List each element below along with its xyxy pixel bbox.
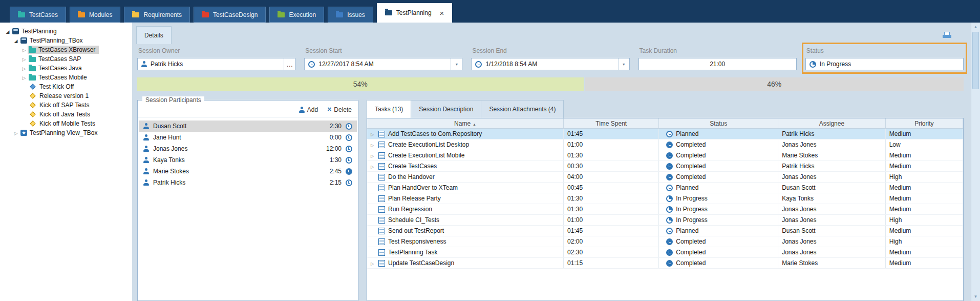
participant-row[interactable]: Patrik Hicks 2:15: [139, 177, 357, 188]
row-expander-icon[interactable]: [369, 130, 375, 137]
tree-item[interactable]: TestCases Java: [0, 64, 132, 73]
task-row[interactable]: Create ExecutionList Desktop 01:00 Compl…: [367, 139, 963, 150]
main-tab[interactable]: TestCaseDesign: [194, 7, 266, 23]
session-end-dropdown-icon[interactable]: [618, 58, 629, 70]
main-tab[interactable]: Execution: [269, 7, 324, 23]
participant-row[interactable]: Jane Hunt 0:00: [139, 132, 357, 143]
task-doc-icon: [378, 260, 385, 267]
main-tab[interactable]: Modules: [70, 7, 120, 23]
column-header-time-spent[interactable]: Time Spent: [564, 118, 659, 128]
participant-row[interactable]: Kaya Tonks 1:30: [139, 154, 357, 166]
task-row[interactable]: Create ExecutionList Mobile 01:30 Comple…: [367, 150, 963, 161]
task-row[interactable]: Create TestCases 00:30 Completed Patrik …: [367, 161, 963, 172]
task-name-cell: TestPlanning Task: [367, 247, 564, 257]
task-name: Plan Release Party: [388, 195, 441, 202]
tasks-tab[interactable]: Tasks (13): [367, 100, 411, 118]
row-expander-icon[interactable]: [369, 163, 375, 170]
clock-icon: [308, 61, 315, 68]
task-row[interactable]: Add TestCases to Com.Repository 01:45 Pl…: [367, 129, 963, 139]
task-row[interactable]: TestPlanning Task 02:30 Completed Jonas …: [367, 247, 963, 258]
participant-row[interactable]: Dusan Scott 2:30: [139, 121, 357, 132]
tasks-table-body: Add TestCases to Com.Repository 01:45 Pl…: [367, 129, 963, 269]
column-header-name[interactable]: Name: [367, 118, 564, 128]
task-row[interactable]: Do the Handover 04:00 Completed Jonas Jo…: [367, 172, 963, 183]
task-name: Do the Handover: [388, 173, 435, 180]
tree-expander-icon[interactable]: [4, 27, 11, 36]
vertical-scrollbar[interactable]: [971, 23, 980, 301]
tree-node[interactable]: TestCases Mobile: [28, 73, 91, 82]
tree-item[interactable]: TestPlanning_TBox: [0, 36, 132, 45]
close-icon[interactable]: [440, 9, 444, 17]
session-start-input[interactable]: 12/27/2017 8:54 AM: [304, 58, 462, 70]
session-end-input[interactable]: 1/12/2018 8:54 AM: [471, 58, 629, 70]
tree-item[interactable]: Release version 1: [0, 91, 132, 101]
main-tab[interactable]: Requirements: [124, 7, 190, 23]
tree-node[interactable]: Release version 1: [28, 92, 92, 100]
participant-row[interactable]: Marie Stokes 2:45: [139, 166, 357, 177]
owner-browse-button[interactable]: [284, 58, 295, 70]
row-expander-icon[interactable]: [369, 141, 375, 148]
status-icon: [666, 260, 673, 267]
tree-node[interactable]: Kick off Java Tests: [28, 110, 94, 118]
tasks-tab[interactable]: Session Description: [411, 100, 481, 118]
print-icon[interactable]: [943, 32, 951, 39]
tasks-tab[interactable]: Session Attachments (4): [481, 100, 564, 118]
task-row[interactable]: Update TestCaseDesign 01:15 Completed Ma…: [367, 258, 963, 269]
main-tab[interactable]: Issues: [328, 7, 373, 23]
tree-node[interactable]: TestPlanning View_TBox: [19, 129, 101, 137]
column-header-status[interactable]: Status: [659, 118, 778, 128]
status-input[interactable]: In Progress: [805, 58, 964, 70]
navigation-tree: TestPlanning TestPlanning_TBox Tes: [0, 23, 132, 301]
add-participant-button[interactable]: Add: [299, 106, 318, 113]
row-expander-icon[interactable]: [369, 152, 375, 159]
tree-item[interactable]: Kick off SAP Tests: [0, 101, 132, 110]
task-status: Planned: [676, 184, 698, 191]
scrollbar-track[interactable]: [971, 90, 980, 292]
tree-item[interactable]: TestCases Mobile: [0, 73, 132, 82]
task-row[interactable]: Send out TestReport 01:45 Planned Dusan …: [367, 226, 963, 236]
column-header-priority[interactable]: Priority: [886, 118, 963, 128]
scroll-up-icon[interactable]: [971, 23, 980, 31]
scrollbar-thumb[interactable]: [972, 32, 979, 89]
tab-details[interactable]: Details: [136, 26, 172, 44]
status-icon: [666, 195, 673, 202]
tree-node[interactable]: TestPlanning: [11, 27, 60, 35]
tree-item[interactable]: TestPlanning View_TBox: [0, 128, 132, 137]
task-row[interactable]: Plan Release Party 01:30 In Progress Kay…: [367, 193, 963, 204]
tree-expander-icon[interactable]: [20, 45, 28, 55]
session-start-value: 12/27/2017 8:54 AM: [318, 61, 373, 68]
tree-item[interactable]: TestCases SAP: [0, 54, 132, 64]
task-row[interactable]: Run Regression 01:30 In Progress Jonas J…: [367, 204, 963, 215]
main-tab[interactable]: TestCases: [10, 7, 66, 23]
tree-expander-icon[interactable]: [20, 73, 28, 83]
session-owner-input[interactable]: Patrik Hicks: [137, 58, 295, 70]
tree-expander-icon[interactable]: [12, 36, 19, 46]
tree-expander-icon[interactable]: [12, 128, 19, 138]
tree-node[interactable]: Kick off Mobile Tests: [28, 119, 99, 128]
tree-expander-icon[interactable]: [20, 64, 28, 73]
task-duration-input[interactable]: 21:00: [638, 58, 797, 70]
session-start-dropdown-icon[interactable]: [451, 58, 462, 70]
tree-item[interactable]: Kick off Mobile Tests: [0, 119, 132, 128]
tree-node[interactable]: Test Kick Off: [28, 83, 77, 91]
tree-item[interactable]: Test Kick Off: [0, 82, 132, 91]
tree-item[interactable]: Kick off Java Tests: [0, 110, 132, 119]
tree-item[interactable]: TestCases XBrowser: [0, 45, 132, 54]
tree-node[interactable]: TestCases Java: [28, 64, 86, 72]
task-row[interactable]: Plan HandOver to XTeam 00:45 Planned Dus…: [367, 183, 963, 193]
tree-node[interactable]: TestCases SAP: [28, 55, 84, 63]
column-header-assignee[interactable]: Assignee: [778, 118, 886, 128]
tree-item[interactable]: TestPlanning: [0, 27, 132, 36]
tree-node[interactable]: TestCases XBrowser: [28, 46, 99, 54]
participant-row[interactable]: Jonas Jones 12:00: [139, 143, 357, 154]
delete-participant-button[interactable]: Delete: [327, 106, 352, 113]
task-row[interactable]: Test Responsiveness 02:00 Completed Jona…: [367, 236, 963, 247]
tree-expander-icon[interactable]: [20, 54, 28, 64]
main-tab[interactable]: TestPlanning: [377, 3, 452, 23]
scroll-down-icon[interactable]: [971, 292, 980, 301]
tree-node[interactable]: Kick off SAP Tests: [28, 101, 93, 109]
task-row[interactable]: Schedule CI_Tests 01:00 In Progress Jona…: [367, 215, 963, 226]
row-expander-icon[interactable]: [369, 259, 375, 267]
tree-node[interactable]: TestPlanning_TBox: [19, 36, 86, 45]
task-duration-value: 21:00: [710, 61, 725, 68]
